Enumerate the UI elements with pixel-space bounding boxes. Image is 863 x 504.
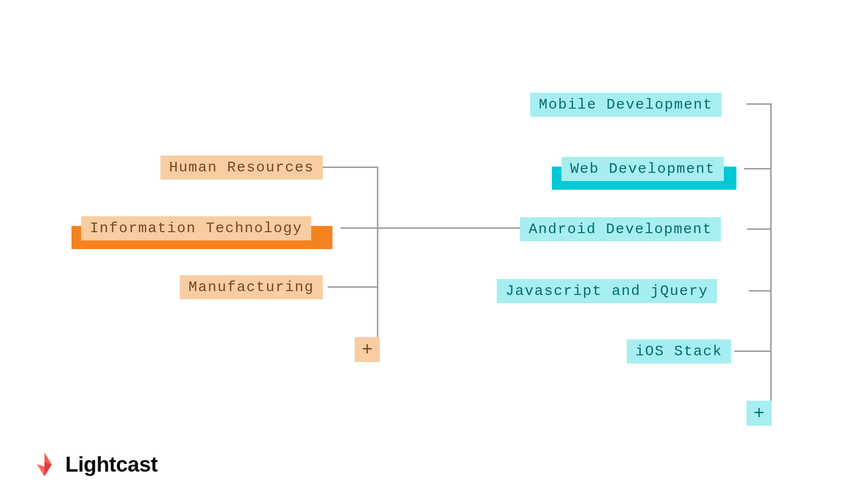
connector: [747, 103, 772, 105]
right-add-button[interactable]: +: [747, 401, 772, 426]
connector: [770, 103, 772, 402]
connector: [377, 167, 378, 338]
left-node-information-technology[interactable]: Information Technology: [81, 216, 311, 240]
brand-name: Lightcast: [65, 452, 158, 476]
connector: [747, 228, 772, 230]
brand-logo: Lightcast: [31, 451, 158, 477]
connector: [749, 290, 772, 292]
connector: [744, 168, 772, 169]
right-node-android-dev[interactable]: Android Development: [520, 217, 721, 241]
connector: [322, 167, 378, 168]
lightcast-icon: [31, 451, 58, 477]
left-node-manufacturing[interactable]: Manufacturing: [180, 275, 323, 299]
right-node-ios-stack[interactable]: iOS Stack: [627, 339, 731, 364]
connector: [734, 350, 772, 352]
left-node-human-resources[interactable]: Human Resources: [160, 155, 323, 180]
left-add-button[interactable]: +: [355, 337, 380, 362]
connector: [328, 286, 378, 288]
diagram-canvas: Human Resources Information Technology M…: [0, 0, 863, 504]
connector: [341, 227, 522, 229]
right-node-mobile-dev[interactable]: Mobile Development: [530, 93, 721, 117]
right-node-web-dev[interactable]: Web Development: [561, 157, 724, 181]
right-node-js-jquery[interactable]: Javascript and jQuery: [497, 279, 717, 303]
